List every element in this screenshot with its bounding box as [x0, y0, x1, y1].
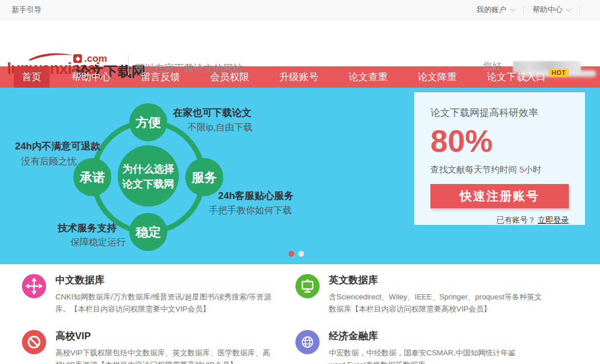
- quick-register-button[interactable]: 快速注册账号: [430, 184, 569, 208]
- nav-item-help-center[interactable]: 帮助中心: [63, 66, 119, 88]
- login-row: 已有账号？ 立即登录: [430, 215, 569, 226]
- carousel-dots: [288, 251, 304, 257]
- callout-convenience: 在家也可下载论文 不限ip,自由下载: [173, 106, 253, 134]
- diagram-node-convenience: 方便: [135, 115, 161, 130]
- carousel-dot-1[interactable]: [288, 251, 294, 257]
- feature-description: 中宏数据，中经数据，国泰安CSMAR,中国知网统计年鉴word,Excel表格数…: [329, 347, 547, 364]
- promo-title: 论文下载网提高科研效率: [430, 106, 569, 119]
- nav-item-home[interactable]: 首页: [14, 66, 50, 88]
- nav-item-upgrade-account[interactable]: 升级账号: [271, 66, 327, 88]
- nav-item-feedback[interactable]: 留言反馈: [133, 66, 188, 88]
- nav-item-download-entry[interactable]: 论文下载入口 HOT: [479, 66, 577, 88]
- login-link[interactable]: 立即登录: [538, 216, 569, 224]
- top-utility-bar: 新手引导 我的账户 帮助中心: [0, 0, 600, 20]
- main-nav: 首页 帮助中心 留言反馈 会员权限 升级账号 论文查重 论文降重 论文下载入口 …: [0, 66, 600, 88]
- feature-title: 英文数据库: [329, 273, 547, 287]
- nav-item-plagiarism-check[interactable]: 论文查重: [340, 66, 396, 88]
- newbie-guide-link[interactable]: 新手引导: [12, 5, 42, 15]
- feature-section: 中文数据库 CNKI知网数据库/万方数据库/维普资讯/超星图书/读秀搜索/等资源…: [0, 264, 600, 364]
- feature-title: 高校VIP: [55, 329, 273, 343]
- callout-support-service: 24h客服贴心服务 手把手教你如何下载: [218, 189, 294, 217]
- diagram-node-stability: 稳定: [135, 225, 161, 239]
- feature-description: 含Sciencedirect、Wiley、IEEE、Springer、proqu…: [329, 291, 547, 315]
- hot-badge: HOT: [549, 69, 569, 77]
- feature-english-database[interactable]: 英文数据库 含Sciencedirect、Wiley、IEEE、Springer…: [295, 272, 588, 315]
- callout-refund: 24h内不满意可退款 没有后顾之忧: [15, 140, 100, 168]
- feature-university-vip[interactable]: 高校VIP 高校VIP下载权限包括中文数据库、英文数据库、医学数据库、高校VIP…: [22, 328, 295, 364]
- chevron-down-icon: [510, 6, 516, 12]
- diagram-node-service: 服务: [191, 170, 217, 185]
- divider: [523, 6, 524, 14]
- diagram-center-line2: 论文下载网: [122, 178, 174, 190]
- logo-mark-icon: [73, 54, 82, 63]
- diagram-center-line1: 为什么选择: [122, 163, 174, 175]
- globe-icon: [295, 330, 320, 354]
- hero-banner: 方便 承诺 服务 稳定 为什么选择 论文下载网 在家也可下载论文 不限ip,自由…: [0, 88, 600, 264]
- carousel-dot-2[interactable]: [298, 251, 304, 257]
- feature-title: 经济金融库: [329, 329, 547, 343]
- promo-percent: 80%: [430, 124, 569, 157]
- move-arrows-icon: [22, 274, 46, 298]
- feature-title: 中文数据库: [55, 273, 273, 287]
- feature-chinese-database[interactable]: 中文数据库 CNKI知网数据库/万方数据库/维普资讯/超星图书/读秀搜索/等资源…: [22, 272, 295, 315]
- promo-saving-line: 查找文献每天节约时间 5小时: [430, 164, 569, 175]
- site-header: lunwenxiazai .com 论文下载网 可以在家下载论文的网站 您好，: [0, 20, 600, 66]
- nav-item-member-rights[interactable]: 会员权限: [202, 66, 257, 88]
- monitor-icon: [295, 274, 320, 298]
- callout-tech-support: 技术服务支持 保障稳定运行: [58, 222, 126, 249]
- chevron-down-icon: [566, 6, 572, 12]
- divider: [579, 6, 580, 14]
- feature-economy-finance[interactable]: 经济金融库 中宏数据，中经数据，国泰安CSMAR,中国知网统计年鉴word,Ex…: [295, 328, 588, 364]
- diagram-node-promise: 承诺: [79, 170, 105, 185]
- register-promo-card: 论文下载网提高科研效率 80% 查找文献每天节约时间 5小时 快速注册账号 已有…: [414, 92, 585, 225]
- divider: [128, 55, 129, 76]
- help-center-menu[interactable]: 帮助中心: [532, 5, 571, 15]
- nav-item-plagiarism-reduce[interactable]: 论文降重: [410, 66, 465, 88]
- feature-description: 高校VIP下载权限包括中文数据库、英文数据库、医学数据库、高校VIP库资源【本栏…: [55, 347, 273, 364]
- my-account-menu[interactable]: 我的账户: [477, 5, 515, 15]
- feature-description: CNKI知网数据库/万方数据库/维普资讯/超星图书/读秀搜索/等资源库。【本栏目…: [55, 291, 273, 315]
- why-choose-diagram: 方便 承诺 服务 稳定 为什么选择 论文下载网: [0, 88, 323, 264]
- prohibition-icon: [22, 330, 46, 354]
